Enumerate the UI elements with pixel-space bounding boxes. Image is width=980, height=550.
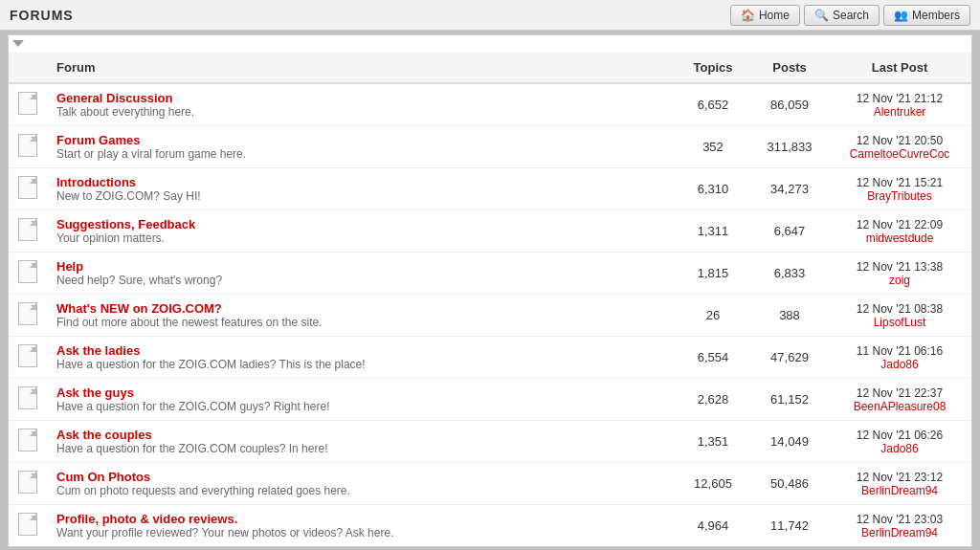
forum-name-link[interactable]: Cum On Photos: [56, 470, 150, 484]
forum-name-cell: Ask the guysHave a question for the ZOIG…: [47, 379, 675, 421]
search-button[interactable]: 🔍 Search: [804, 5, 880, 26]
forum-icon-cell: [9, 210, 47, 253]
forum-icon: [18, 176, 37, 199]
forum-name-link[interactable]: What's NEW on ZOIG.COM?: [56, 301, 222, 316]
forum-name-cell: What's NEW on ZOIG.COM?Find out more abo…: [47, 295, 675, 337]
forum-posts: 388: [751, 295, 828, 337]
forum-name-cell: Ask the ladiesHave a question for the ZO…: [47, 337, 675, 379]
forum-icon: [18, 134, 37, 157]
forum-table: Forum Topics Posts Last Post General Dis…: [9, 53, 971, 546]
forum-name-link[interactable]: Profile, photo & video reviews.: [56, 512, 237, 526]
forum-lastpost-cell: 12 Nov '21 22:09midwestdude: [828, 210, 971, 253]
col-header-topics: Topics: [675, 53, 751, 83]
last-post-date: 11 Nov '21 06:16: [857, 344, 943, 358]
forum-name-cell: Suggestions, FeedbackYour opinion matter…: [47, 210, 675, 253]
forum-icon-cell: [9, 126, 47, 168]
table-row: Ask the guysHave a question for the ZOIG…: [9, 379, 971, 421]
last-post-date: 12 Nov '21 22:09: [857, 218, 943, 231]
forum-name-link[interactable]: Suggestions, Feedback: [56, 217, 195, 231]
last-post-user-link[interactable]: Alentruker: [874, 105, 926, 119]
forum-desc: Have a question for the ZOIG.COM ladies?…: [56, 358, 665, 371]
table-row: What's NEW on ZOIG.COM?Find out more abo…: [9, 295, 971, 337]
forum-icon-cell: [9, 505, 47, 547]
last-post-user-link[interactable]: midwestdude: [866, 231, 934, 245]
forum-name-cell: Forum GamesStart or play a viral forum g…: [47, 126, 675, 168]
forum-posts: 50,486: [751, 463, 828, 505]
forum-icon-cell: [9, 253, 47, 295]
forum-icon-cell: [9, 295, 47, 337]
forum-lastpost-cell: 12 Nov '21 23:03BerlinDream94: [828, 505, 971, 547]
forum-posts: 34,273: [751, 168, 828, 210]
forum-icon: [18, 260, 37, 283]
forum-icon-cell: [9, 83, 47, 126]
top-nav: FORUMS 🏠 Home 🔍 Search 👥 Members: [0, 0, 980, 31]
forum-posts: 86,059: [751, 83, 828, 126]
forum-name-cell: Cum On PhotosCum on photo requests and e…: [47, 463, 675, 505]
forum-name-link[interactable]: Help: [56, 259, 83, 274]
table-row: Ask the couplesHave a question for the Z…: [9, 421, 971, 463]
table-row: Profile, photo & video reviews.Want your…: [9, 505, 971, 547]
last-post-user-link[interactable]: Jado86: [880, 358, 918, 371]
forum-icon: [18, 513, 37, 536]
home-label: Home: [759, 9, 790, 22]
forum-lastpost-cell: 12 Nov '21 08:38LipsofLust: [828, 295, 971, 337]
forum-desc: New to ZOIG.COM? Say HI!: [56, 189, 665, 203]
last-post-user-link[interactable]: BerlinDream94: [861, 526, 938, 539]
forum-icon-cell: [9, 421, 47, 463]
forum-icon-cell: [9, 379, 47, 421]
col-header-forum: Forum: [47, 53, 675, 83]
last-post-user-link[interactable]: LipsofLust: [874, 316, 926, 329]
table-row: General DiscussionTalk about everything …: [9, 83, 971, 126]
forum-desc: Talk about everything here.: [56, 105, 665, 119]
members-icon: 👥: [894, 9, 908, 22]
forum-desc: Start or play a viral forum game here.: [56, 147, 665, 161]
forum-icon: [18, 344, 37, 367]
last-post-user-link[interactable]: BerlinDream94: [861, 484, 938, 497]
forum-lastpost-cell: 12 Nov '21 15:21BrayTributes: [828, 168, 971, 210]
forum-name-link[interactable]: Ask the guys: [56, 385, 134, 400]
forum-name-link[interactable]: Forum Games: [56, 133, 140, 147]
forums-title: FORUMS: [10, 8, 74, 23]
forum-lastpost-cell: 12 Nov '21 21:12Alentruker: [828, 83, 971, 126]
forum-icon-cell: [9, 337, 47, 379]
col-header-icon: [9, 53, 47, 83]
forum-desc: Cum on photo requests and everything rel…: [56, 484, 665, 497]
forum-name-link[interactable]: Ask the ladies: [56, 343, 140, 358]
forum-lastpost-cell: 12 Nov '21 20:50CameltoeCuvreCoc: [828, 126, 971, 168]
members-label: Members: [912, 9, 960, 22]
dropdown-indicator: [12, 37, 28, 51]
last-post-date: 12 Nov '21 23:03: [857, 513, 943, 526]
search-icon: 🔍: [814, 9, 829, 22]
col-header-posts: Posts: [751, 53, 828, 83]
forum-icon-cell: [9, 168, 47, 210]
last-post-date: 12 Nov '21 08:38: [857, 302, 943, 316]
forum-posts: 14,049: [751, 421, 828, 463]
forum-topics: 6,554: [675, 337, 751, 379]
forum-name-link[interactable]: Introductions: [56, 175, 136, 189]
table-row: IntroductionsNew to ZOIG.COM? Say HI!6,3…: [9, 168, 971, 210]
home-button[interactable]: 🏠 Home: [730, 5, 800, 26]
last-post-user-link[interactable]: CameltoeCuvreCoc: [850, 147, 950, 161]
home-icon: 🏠: [741, 9, 755, 22]
forum-lastpost-cell: 12 Nov '21 22:37BeenAPleasure08: [828, 379, 971, 421]
last-post-user-link[interactable]: BeenAPleasure08: [854, 400, 947, 413]
forum-lastpost-cell: 11 Nov '21 06:16Jado86: [828, 337, 971, 379]
forum-name-link[interactable]: Ask the couples: [56, 428, 152, 442]
last-post-user-link[interactable]: zoig: [889, 274, 910, 287]
last-post-user-link[interactable]: BrayTributes: [867, 189, 932, 203]
last-post-user-link[interactable]: Jado86: [880, 442, 918, 455]
forum-lastpost-cell: 12 Nov '21 23:12BerlinDream94: [828, 463, 971, 505]
forum-posts: 47,629: [751, 337, 828, 379]
table-header-row: Forum Topics Posts Last Post: [9, 53, 971, 83]
last-post-date: 12 Nov '21 06:26: [857, 429, 943, 442]
table-row: HelpNeed help? Sure, what's wrong?1,8156…: [9, 253, 971, 295]
forum-topics: 4,964: [675, 505, 751, 547]
forum-icon: [18, 471, 37, 494]
members-button[interactable]: 👥 Members: [883, 5, 970, 26]
table-row: Forum GamesStart or play a viral forum g…: [9, 126, 971, 168]
forum-topics: 1,815: [675, 253, 751, 295]
forum-name-link[interactable]: General Discussion: [56, 91, 172, 105]
forum-lastpost-cell: 12 Nov '21 13:38zoig: [828, 253, 971, 295]
last-post-date: 12 Nov '21 20:50: [857, 134, 943, 147]
nav-buttons: 🏠 Home 🔍 Search 👥 Members: [730, 5, 970, 26]
